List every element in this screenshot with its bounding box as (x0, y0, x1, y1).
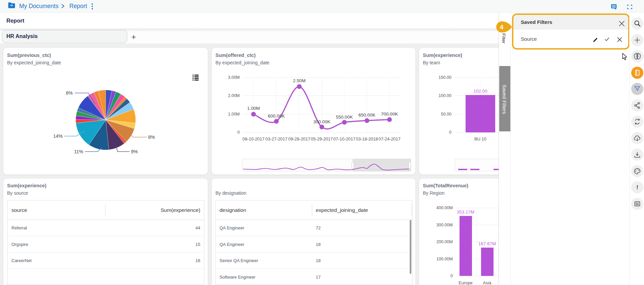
svg-text:09-28-2017: 09-28-2017 (288, 136, 310, 141)
svg-text:2.50M: 2.50M (293, 78, 306, 83)
svg-text:167.67M: 167.67M (478, 241, 496, 246)
svg-text:07-10-2017: 07-10-2017 (333, 136, 355, 141)
svg-text:9%: 9% (131, 149, 138, 154)
svg-text:05-29-2017: 05-29-2017 (311, 136, 333, 141)
svg-text:550.00K: 550.00K (336, 115, 353, 120)
svg-text:0: 0 (237, 130, 240, 135)
svg-text:18: 18 (316, 258, 320, 263)
svg-text:18: 18 (316, 242, 320, 247)
svg-text:CareerNet: CareerNet (11, 258, 32, 263)
svg-text:650.00K: 650.00K (359, 113, 375, 118)
svg-text:100.00: 100.00 (439, 93, 451, 98)
svg-text:Sum(experience): Sum(experience) (161, 207, 200, 213)
svg-text:300.00K: 300.00K (313, 119, 330, 124)
svg-text:0: 0 (450, 274, 453, 278)
svg-text:16: 16 (196, 258, 200, 263)
svg-text:14%: 14% (53, 133, 63, 139)
svg-text:72: 72 (316, 225, 320, 230)
svg-text:1.00M: 1.00M (247, 106, 260, 111)
svg-text:07-24-2017: 07-24-2017 (378, 136, 400, 141)
svg-text:353.17M: 353.17M (457, 210, 475, 215)
svg-text:2.00M: 2.00M (228, 93, 240, 98)
svg-text:11%: 11% (74, 149, 83, 154)
svg-text:0: 0 (449, 130, 451, 135)
svg-text:1.00M: 1.00M (228, 112, 240, 117)
svg-text:44: 44 (196, 225, 200, 230)
svg-text:Software Engineer: Software Engineer (219, 275, 256, 280)
svg-text:!: ! (636, 184, 638, 191)
svg-text:200.00M: 200.00M (436, 240, 453, 244)
svg-text:expected_joining_date: expected_joining_date (316, 207, 368, 213)
svg-text:designation: designation (219, 207, 246, 213)
svg-text:102.00: 102.00 (473, 89, 487, 94)
svg-text:50.00: 50.00 (441, 112, 451, 117)
svg-text:300.00M: 300.00M (436, 223, 453, 227)
svg-text:8%: 8% (148, 134, 155, 140)
svg-text:Referral: Referral (11, 225, 27, 230)
svg-text:15: 15 (196, 242, 200, 247)
svg-text:4: 4 (500, 24, 504, 31)
svg-text:03-18-2018: 03-18-2018 (356, 136, 378, 141)
svg-text:Europe: Europe (459, 280, 472, 285)
svg-text:400.00M: 400.00M (436, 205, 453, 210)
svg-text:QA Engineer: QA Engineer (219, 225, 244, 230)
svg-text:150.00: 150.00 (439, 75, 451, 80)
svg-text:BU 10: BU 10 (474, 136, 486, 141)
svg-text:Asia: Asia (483, 280, 492, 285)
svg-text:08-10-2017: 08-10-2017 (242, 136, 264, 141)
svg-text:Orgspire: Orgspire (11, 242, 28, 247)
svg-text:03-27-2017: 03-27-2017 (265, 136, 287, 141)
svg-text:8%: 8% (66, 90, 73, 96)
svg-text:700.00K: 700.00K (381, 112, 398, 117)
svg-text:source: source (11, 207, 27, 213)
svg-text:Senior QA Engineer: Senior QA Engineer (219, 258, 259, 263)
svg-text:100.00M: 100.00M (436, 257, 453, 261)
svg-text:QA Engineer: QA Engineer (219, 242, 244, 247)
svg-text:3.00M: 3.00M (228, 75, 240, 80)
svg-text:17: 17 (316, 275, 320, 280)
svg-text:600.00K: 600.00K (268, 114, 285, 119)
